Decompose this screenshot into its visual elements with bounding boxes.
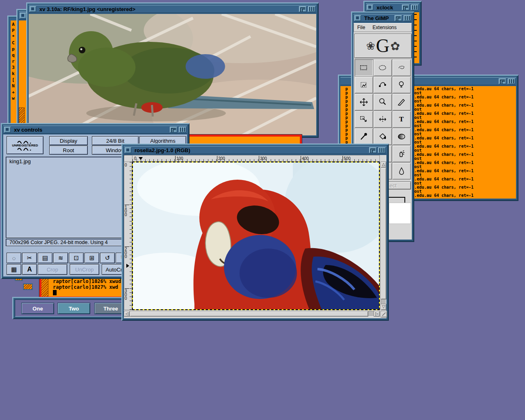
window-rosella[interactable]: rosella2.jpg-1.0 (RGB) 0100200300400500 …	[121, 144, 389, 321]
tool-airbrush[interactable]	[392, 145, 411, 162]
tool-crop[interactable]	[392, 94, 411, 111]
svg-text:T: T	[399, 115, 404, 123]
squiggle-icon	[17, 147, 33, 151]
vertical-ruler: 0100200300	[124, 162, 132, 310]
iconify-icon[interactable]	[179, 127, 186, 132]
status-text: 700x296 Color JPEG. 24-bit mode. Using 4	[9, 240, 108, 245]
tool-transform[interactable]	[354, 111, 373, 128]
xv-grid-button[interactable]: ▦	[7, 264, 21, 275]
tool-icon: ◌	[12, 255, 16, 262]
squiggle-icon	[17, 140, 33, 144]
console-scrollbar[interactable]	[19, 107, 25, 125]
button-label: UnCrop	[75, 267, 94, 273]
tool-rect-select[interactable]	[354, 59, 373, 76]
scroll-up-icon[interactable]: △	[381, 162, 386, 168]
horizontal-scroll-thumb[interactable]	[130, 311, 368, 317]
xv-crop-button[interactable]: Crop	[38, 264, 67, 275]
tool-free-select[interactable]	[392, 59, 411, 76]
rosella-canvas[interactable]	[132, 162, 380, 310]
tool-icon: ⊞	[89, 254, 95, 262]
xv-tool-icon-button[interactable]: ⊞	[84, 253, 99, 263]
select-button-label: ect	[390, 183, 397, 189]
vertical-scrollbar[interactable]: △ ▽	[381, 162, 386, 310]
xv-tool-icon-button[interactable]: ⊡	[69, 253, 84, 263]
color-swatch-foreground[interactable]	[389, 203, 411, 224]
xv-uncrop-button[interactable]: UnCrop	[70, 264, 99, 275]
menu-extensions[interactable]: Extensions	[372, 25, 397, 30]
iconify-icon[interactable]	[378, 147, 386, 153]
window-menu-icon[interactable]	[4, 127, 11, 132]
gimp-titlebar[interactable]: The GIMP	[354, 14, 412, 22]
tool-color-picker[interactable]	[354, 128, 373, 145]
xv-tool-icon-button[interactable]: ≋	[53, 253, 68, 263]
tool-bucket-fill[interactable]	[373, 128, 392, 145]
ruler-label: 0	[125, 163, 129, 167]
xv-tool-icon-button[interactable]: ✂	[22, 253, 37, 263]
scroll-left-icon[interactable]: ◁	[124, 311, 130, 317]
xv-image-titlebar[interactable]: xv 3.10a: RF/king1.jpg <unregistered>	[29, 5, 316, 13]
resize-grip[interactable]	[381, 311, 387, 317]
rosella-titlebar[interactable]: rosella2.jpg-1.0 (RGB)	[124, 146, 386, 154]
window-xv-image[interactable]: xv 3.10a: RF/king1.jpg <unregistered>	[26, 2, 319, 138]
maximize-icon[interactable]	[299, 6, 306, 12]
iconify-icon[interactable]	[308, 6, 315, 12]
window-menu-icon[interactable]	[367, 5, 373, 10]
button-label: Display	[60, 138, 78, 144]
xv-controls-titlebar[interactable]: xv controls	[3, 126, 187, 134]
tool-iscissors[interactable]	[392, 76, 411, 94]
pager-button-two[interactable]: Two	[57, 303, 90, 314]
pager-label: One	[32, 306, 43, 312]
gimp-logo-letter: G	[376, 37, 390, 55]
raptor-line-1: raptor[carlo]1026% xwud -i	[53, 278, 130, 284]
scroll-right-icon[interactable]: ▷	[374, 311, 380, 317]
window-menu-icon[interactable]	[354, 15, 361, 21]
ruler-label: 300	[125, 288, 129, 300]
tool-ellipse-select[interactable]	[373, 59, 392, 76]
maximize-icon[interactable]	[369, 147, 377, 153]
flower-left-icon: ❀	[366, 40, 375, 52]
tool-flip[interactable]	[373, 111, 392, 128]
iconify-icon[interactable]	[411, 5, 418, 10]
gimp-menubar: File Extensions	[354, 23, 412, 32]
xv-unregistered-logo[interactable]: UNREGISTERED	[7, 136, 43, 154]
unregistered-label: UNREGISTERED	[12, 144, 38, 147]
iconify-icon[interactable]	[404, 15, 411, 21]
terminal-cursor	[53, 290, 57, 295]
window-menu-icon[interactable]	[20, 13, 26, 18]
tool-text[interactable]: T	[392, 111, 411, 128]
xclock-ticks	[414, 14, 417, 62]
xv-image-canvas[interactable]	[29, 14, 316, 135]
ruler-label: 100	[175, 156, 183, 161]
ruler-label: 100	[125, 205, 129, 217]
horizontal-scrollbar[interactable]: ◁ ▷	[124, 311, 380, 317]
maximize-icon[interactable]	[402, 5, 409, 10]
window-menu-icon[interactable]	[30, 6, 36, 12]
tool-magnify[interactable]	[373, 94, 392, 111]
xv-tool-icon-button[interactable]: ↺	[100, 253, 115, 263]
window-menu-icon[interactable]	[125, 147, 131, 153]
xv-tool-icon-button[interactable]: ▤	[38, 253, 52, 263]
iconify-icon[interactable]	[508, 78, 515, 84]
xv-tool-icon-button[interactable]: ◌	[7, 253, 21, 263]
ruler-label: 200	[125, 247, 129, 258]
xv-root-button[interactable]: Root	[49, 146, 88, 155]
xclock-titlebar[interactable]: xclock	[366, 3, 419, 11]
menu-file[interactable]: File	[357, 25, 365, 30]
xv-display-button[interactable]: Display	[49, 136, 88, 145]
maximize-icon[interactable]	[170, 127, 177, 132]
maximize-icon[interactable]	[499, 78, 506, 84]
tool-icon: ▤	[42, 254, 48, 262]
xv-text-annotate-button[interactable]: A	[22, 264, 37, 275]
tool-convolve[interactable]	[392, 162, 411, 180]
scroll-down-icon[interactable]: ▽	[381, 304, 386, 310]
tool-blend[interactable]	[392, 128, 411, 145]
maximize-icon[interactable]	[395, 15, 402, 21]
tool-icon: ↺	[105, 254, 110, 262]
vertical-scroll-thumb[interactable]	[381, 167, 386, 299]
tool-move[interactable]	[354, 94, 373, 111]
tool-fuzzy-select[interactable]	[354, 76, 373, 94]
ruler-marker-icon	[126, 264, 129, 268]
window-chip-2[interactable]	[23, 283, 33, 290]
tool-bezier-select[interactable]	[373, 76, 392, 94]
pager-button-one[interactable]: One	[21, 303, 54, 314]
